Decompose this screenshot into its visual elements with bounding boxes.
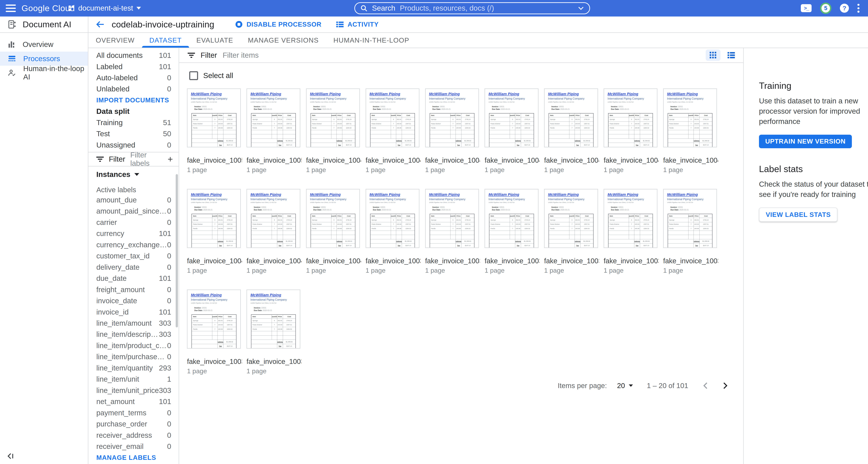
back-arrow-icon[interactable] [96, 21, 104, 28]
label-row[interactable]: line_item/unit1 [88, 374, 179, 385]
label-row[interactable]: due_date101 [88, 273, 179, 284]
view-label-stats-button[interactable]: VIEW LABEL STATS [759, 207, 837, 222]
doc-count-row[interactable]: All documents101 [88, 50, 179, 61]
label-row[interactable]: line_item/description303 [88, 329, 179, 340]
label-row[interactable]: carrier0 [88, 217, 179, 228]
invoice-row: Panda7240.862284.02 [609, 126, 653, 130]
label-row[interactable]: purchase_order0 [88, 418, 179, 430]
label-row[interactable]: line_item/product_code0 [88, 340, 179, 351]
label-row[interactable]: receiver_email0 [88, 441, 179, 452]
label-row-count: 0 [167, 286, 172, 294]
next-page-button[interactable] [723, 382, 728, 389]
label-row[interactable]: invoice_id101 [88, 307, 179, 318]
invoice-col-header: Price [277, 315, 283, 318]
select-all-checkbox[interactable] [189, 71, 198, 80]
document-card[interactable]: McWilliam Piping International Piping Co… [187, 290, 242, 375]
label-row[interactable]: amount_paid_since_last_i...0 [88, 206, 179, 217]
uptrain-new-version-button[interactable]: UPTRAIN NEW VERSION [759, 135, 852, 148]
label-row[interactable]: delivery_date0 [88, 262, 179, 273]
label-row[interactable]: invoice_date0 [88, 295, 179, 307]
tab-dataset[interactable]: DATASET [142, 33, 189, 48]
help-icon[interactable]: ? [840, 4, 849, 13]
split-row[interactable]: Training51 [88, 117, 179, 128]
document-card[interactable]: McWilliam Piping International Piping Co… [485, 88, 539, 174]
documents-area: Filter Filter items Select all [179, 48, 743, 464]
label-row[interactable]: amount_due0 [88, 194, 179, 205]
filter-labels-input[interactable]: Filter labels [130, 151, 162, 168]
more-options-icon[interactable] [858, 4, 859, 13]
document-card[interactable]: McWilliam Piping International Piping Co… [247, 189, 302, 274]
project-selector[interactable]: document-ai-test [69, 0, 141, 17]
label-row[interactable]: line_item/purchase_order0 [88, 351, 179, 362]
filter-items-input[interactable]: Filter items [223, 51, 700, 59]
split-row-label: Test [96, 129, 163, 138]
document-card[interactable]: McWilliam Piping International Piping Co… [544, 88, 599, 174]
disable-processor-button[interactable]: DISABLE PROCESSOR [235, 21, 321, 28]
label-row[interactable]: customer_tax_id0 [88, 251, 179, 262]
instances-dropdown[interactable]: Instances [88, 168, 179, 181]
label-row[interactable]: receiver_address0 [88, 430, 179, 441]
search-input[interactable]: Search Products, resources, docs (/) [354, 2, 590, 14]
invoice-col-header: Cost [342, 214, 355, 218]
stop-icon [235, 21, 243, 28]
document-card[interactable]: McWilliam Piping International Piping Co… [663, 88, 718, 174]
search-expand-icon[interactable] [578, 6, 584, 10]
sidebar-item-processors[interactable]: Processors [0, 52, 88, 66]
document-card[interactable]: McWilliam Piping International Piping Co… [306, 88, 361, 174]
doc-count-row[interactable]: Unlabeled0 [88, 83, 179, 94]
document-card[interactable]: McWilliam Piping International Piping Co… [306, 189, 361, 274]
label-row[interactable]: freight_amount0 [88, 284, 179, 295]
document-card[interactable]: McWilliam Piping International Piping Co… [247, 88, 302, 174]
activity-button[interactable]: ACTIVITY [336, 21, 379, 28]
document-card[interactable]: McWilliam Piping International Piping Co… [544, 189, 599, 274]
label-row[interactable]: net_amount101 [88, 396, 179, 407]
split-row[interactable]: Test50 [88, 128, 179, 139]
label-row[interactable]: payment_terms0 [88, 407, 179, 418]
label-row[interactable]: currency_exchange_rate0 [88, 239, 179, 250]
tab-human-in-the-loop[interactable]: HUMAN-IN-THE-LOOP [326, 33, 416, 48]
document-card[interactable]: McWilliam Piping International Piping Co… [247, 290, 302, 375]
label-row[interactable]: line_item/amount303 [88, 318, 179, 329]
menu-icon[interactable] [6, 4, 16, 12]
page-size-select[interactable]: 20 [617, 382, 633, 390]
collapse-sidebar-icon[interactable] [7, 453, 14, 460]
invoice-address: 14305 Pipeline Ave Chino, CA 91710 [608, 101, 654, 103]
document-card[interactable]: McWilliam Piping International Piping Co… [425, 88, 480, 174]
document-card[interactable]: McWilliam Piping International Piping Co… [485, 189, 539, 274]
document-card[interactable]: McWilliam Piping International Piping Co… [187, 88, 242, 174]
document-card[interactable]: McWilliam Piping International Piping Co… [663, 189, 718, 274]
label-row[interactable]: line_item/unit_price303 [88, 385, 179, 396]
doc-count-row[interactable]: Auto-labeled0 [88, 72, 179, 83]
document-card[interactable]: McWilliam Piping International Piping Co… [366, 189, 421, 274]
label-row[interactable]: currency101 [88, 228, 179, 239]
labels-scrollbar[interactable] [176, 174, 178, 327]
cloud-shell-icon[interactable]: >_ [801, 4, 812, 12]
previous-page-button[interactable] [703, 382, 708, 389]
label-row[interactable]: line_item/quantity293 [88, 362, 179, 374]
notifications-badge[interactable]: 5 [820, 3, 831, 14]
invoice-col-header: Cost [283, 114, 296, 117]
manage-labels-button[interactable]: MANAGE LABELS [88, 452, 179, 463]
document-card[interactable]: McWilliam Piping International Piping Co… [366, 88, 421, 174]
invoice-col-header: Item [192, 114, 212, 117]
doc-count-row[interactable]: Labeled101 [88, 61, 179, 72]
document-card[interactable]: McWilliam Piping International Piping Co… [425, 189, 480, 274]
add-label-button[interactable]: + [167, 154, 173, 165]
invoice-total-row: Subtotal$1,308.82 [668, 139, 712, 143]
split-row[interactable]: Unassigned0 [88, 140, 179, 151]
filter-icon [96, 156, 104, 162]
invoice-row: Pasta Strainer7243.932307.51 [192, 222, 236, 227]
document-card[interactable]: McWilliam Piping International Piping Co… [187, 189, 242, 274]
tab-evaluate[interactable]: EVALUATE [189, 33, 241, 48]
sidebar-item-hitl[interactable]: Human-in-the-loop AI [0, 66, 88, 80]
sidebar-item-overview[interactable]: Overview [0, 37, 88, 52]
import-documents-button[interactable]: IMPORT DOCUMENTS [88, 95, 179, 106]
invoice-col-header: Price [218, 114, 223, 117]
list-view-button[interactable] [724, 50, 739, 61]
document-card[interactable]: McWilliam Piping International Piping Co… [603, 189, 659, 274]
tab-manage-versions[interactable]: MANAGE VERSIONS [241, 33, 326, 48]
tab-overview[interactable]: OVERVIEW [88, 33, 142, 48]
grid-view-button[interactable] [706, 50, 720, 61]
document-card[interactable]: McWilliam Piping International Piping Co… [603, 88, 659, 174]
invoice-total-row: Total$1,445.85 [668, 147, 712, 147]
